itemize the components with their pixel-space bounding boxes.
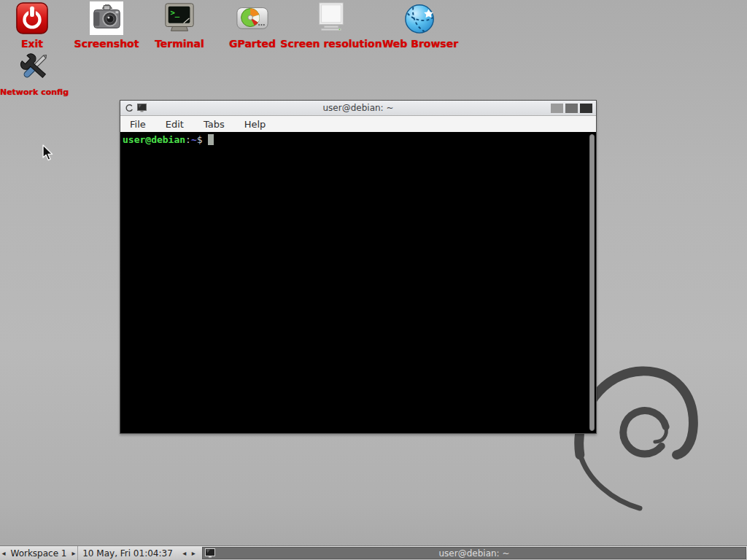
desktop-icon-exit[interactable]: Exit [3,1,61,49]
icon-label-gparted: GParted [229,39,276,49]
menu-item-edit[interactable]: Edit [166,119,184,130]
desktop-icon-terminal[interactable]: >_ Terminal [143,1,216,49]
window-menubar: File Edit Tabs Help [120,116,596,132]
icon-label-exit: Exit [21,39,43,49]
menu-item-help[interactable]: Help [244,119,266,130]
maximize-button[interactable] [565,104,578,113]
icon-label-network-config: Network config [0,88,69,96]
exit-power-icon [15,1,49,35]
desktop-icon-network-config[interactable]: Network config [0,50,74,96]
workspace-label: Workspace 1 [10,548,66,559]
workspace-switcher[interactable]: ◂ Workspace 1 ▸ [0,546,78,560]
prompt-dollar: $ [197,133,203,146]
task-button-title: user@debian: ~ [203,548,746,559]
tools-icon [17,50,52,85]
desktop-icon-screen-resolution[interactable]: Screen resolution [280,1,382,49]
shell-prompt: user@debian:~$ [120,132,596,146]
desktop-icon-gparted[interactable]: GParted [216,1,289,49]
desktop-icon-web-browser[interactable]: Web Browser [376,1,464,49]
minimize-button[interactable] [551,104,563,113]
task-prev-icon[interactable]: ◂ [182,550,186,557]
terminal-cursor [208,134,214,145]
taskbar: ◂ Workspace 1 ▸ 10 May, Fri 01:04:37 ◂ ▸… [0,545,747,560]
svg-text:>_: >_ [171,8,180,18]
monitor-icon [314,1,348,35]
icon-label-terminal: Terminal [155,39,204,49]
task-button-terminal[interactable]: user@debian: ~ [202,547,746,559]
terminal-crt-icon: >_ [163,1,196,35]
task-terminal-icon [205,548,215,558]
desktop-icon-screenshot[interactable]: Screenshot [68,1,145,49]
window-title: user@debian: ~ [120,103,596,113]
menu-item-tabs[interactable]: Tabs [204,119,225,130]
prompt-path: ~ [191,133,197,146]
task-pager: ◂ ▸ [177,546,201,560]
camera-icon [90,1,123,35]
globe-icon [403,1,437,35]
workspace-prev-icon[interactable]: ◂ [1,550,5,557]
gparted-disk-icon [236,1,269,35]
terminal-scrollbar[interactable] [589,134,595,431]
debian-swirl-window-icon [124,104,133,113]
task-next-icon[interactable]: ▸ [192,550,196,557]
icon-label-screenshot: Screenshot [74,39,139,49]
prompt-user-host: user@debian [123,133,185,146]
window-titlebar[interactable]: user@debian: ~ [120,101,596,116]
terminal-window-icon [137,104,147,112]
icon-label-screen-resolution: Screen resolution [280,39,382,49]
terminal-content[interactable]: user@debian:~$ [120,132,596,433]
taskbar-clock: 10 May, Fri 01:04:37 [78,546,177,560]
icon-label-web-browser: Web Browser [382,39,458,49]
workspace-next-icon[interactable]: ▸ [72,550,76,557]
terminal-window: user@debian: ~ File Edit Tabs Help user@… [120,100,597,434]
mouse-cursor [42,144,54,162]
desktop: { "desktop": { "icons": [ { "label": "Ex… [0,0,747,560]
close-button[interactable] [580,104,592,113]
prompt-colon: : [185,133,191,146]
menu-item-file[interactable]: File [130,119,146,130]
